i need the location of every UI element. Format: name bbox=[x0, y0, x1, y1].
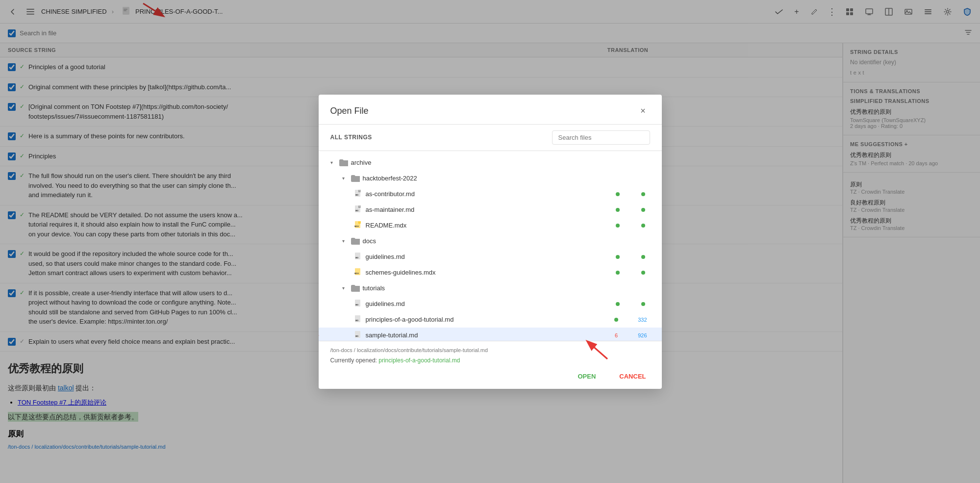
folder-hacktoberfest[interactable]: ▾ hacktoberfest-2022 bbox=[319, 171, 662, 186]
badge-right: 926 bbox=[635, 332, 650, 339]
badge-left bbox=[611, 301, 625, 307]
file-name-readme-mdx: README.mdx bbox=[366, 222, 608, 229]
currently-opened-file[interactable]: principles-of-a-good-tutorial.md bbox=[378, 357, 460, 364]
chevron-down-icon: ▾ bbox=[330, 160, 336, 165]
md-file-icon: MD bbox=[354, 253, 363, 261]
md-file-icon: MD bbox=[354, 205, 363, 214]
folder-docs[interactable]: ▾ docs bbox=[319, 233, 662, 249]
search-files-input[interactable] bbox=[552, 130, 650, 145]
badge-right bbox=[636, 191, 650, 198]
svg-text:MD: MD bbox=[355, 209, 358, 212]
file-name-guidelines-tutorials: guidelines.md bbox=[366, 300, 608, 307]
file-tree: ▾ archive ▾ hacktoberfest-2022 MD as-c bbox=[319, 151, 662, 341]
svg-text:MD: MD bbox=[355, 194, 358, 196]
folder-icon bbox=[351, 284, 360, 293]
dialog-actions: OPEN CANCEL bbox=[330, 370, 650, 383]
md-file-icon: MD bbox=[354, 331, 363, 340]
badge-left bbox=[611, 191, 625, 198]
badge-left bbox=[611, 222, 625, 229]
badge-left bbox=[611, 206, 625, 213]
file-name-principles: principles-of-a-good-tutorial.md bbox=[366, 316, 607, 323]
chevron-down-icon: ▾ bbox=[342, 285, 348, 291]
svg-text:MDX: MDX bbox=[354, 225, 359, 228]
md-file-icon: MD bbox=[354, 300, 363, 308]
dialog-title: Open File bbox=[330, 106, 369, 116]
md-file-icon: MD bbox=[354, 315, 363, 324]
file-as-contributor[interactable]: MD as-contributor.md bbox=[319, 186, 662, 202]
badge-right bbox=[636, 254, 650, 260]
mdx-file-icon: MDX bbox=[354, 268, 363, 277]
file-principles[interactable]: MD principles-of-a-good-tutorial.md 332 bbox=[319, 312, 662, 328]
badge-right bbox=[636, 301, 650, 307]
badge-right bbox=[636, 269, 650, 276]
cancel-button[interactable]: CANCEL bbox=[615, 370, 650, 383]
dialog-header: Open File × bbox=[319, 95, 662, 125]
svg-text:MD: MD bbox=[355, 304, 358, 306]
file-name-sample-tutorial: sample-tutorial.md bbox=[366, 331, 607, 339]
badge-left bbox=[609, 316, 623, 323]
file-readme-mdx[interactable]: MDX README.mdx bbox=[319, 218, 662, 233]
file-name-as-contributor: as-contributor.md bbox=[366, 190, 608, 198]
svg-text:MD: MD bbox=[355, 319, 358, 322]
folder-archive[interactable]: ▾ archive bbox=[319, 155, 662, 171]
file-name-guidelines-docs: guidelines.md bbox=[366, 253, 608, 260]
folder-name-archive: archive bbox=[351, 159, 650, 166]
folder-icon bbox=[351, 174, 360, 183]
folder-name-hacktoberfest: hacktoberfest-2022 bbox=[363, 175, 650, 182]
currently-opened-label: Currently opened: bbox=[330, 357, 377, 364]
file-schemes-guidelines[interactable]: MDX schemes-guidelines.mdx bbox=[319, 265, 662, 280]
folder-name-docs: docs bbox=[363, 237, 650, 245]
badge-right bbox=[636, 222, 650, 229]
svg-text:MD: MD bbox=[355, 335, 358, 337]
dialog-toolbar: ALL STRINGS bbox=[319, 125, 662, 151]
md-file-icon: MD bbox=[354, 190, 363, 199]
dialog-close-button[interactable]: × bbox=[636, 104, 650, 118]
folder-tutorials[interactable]: ▾ tutorials bbox=[319, 280, 662, 296]
badge-right: 332 bbox=[635, 316, 650, 323]
badge-right bbox=[636, 206, 650, 213]
folder-name-tutorials: tutorials bbox=[363, 284, 650, 292]
file-guidelines-docs[interactable]: MD guidelines.md bbox=[319, 249, 662, 265]
open-file-dialog: Open File × ALL STRINGS ▾ archive ▾ bbox=[319, 95, 662, 389]
chevron-down-icon: ▾ bbox=[342, 176, 348, 181]
mdx-file-icon: MDX bbox=[354, 221, 363, 230]
file-as-maintainer[interactable]: MD as-maintainer.md bbox=[319, 202, 662, 218]
folder-icon bbox=[339, 158, 348, 167]
file-name-as-maintainer: as-maintainer.md bbox=[366, 206, 608, 213]
svg-text:MDX: MDX bbox=[354, 272, 359, 275]
folder-icon bbox=[351, 237, 360, 246]
badge-left bbox=[611, 269, 625, 276]
badge-left bbox=[611, 254, 625, 260]
modal-overlay[interactable]: Open File × ALL STRINGS ▾ archive ▾ bbox=[0, 0, 980, 483]
open-button[interactable]: OPEN bbox=[574, 370, 600, 383]
svg-text:MD: MD bbox=[355, 256, 358, 259]
all-strings-label: ALL STRINGS bbox=[330, 134, 372, 141]
file-guidelines-tutorials[interactable]: MD guidelines.md bbox=[319, 296, 662, 312]
chevron-down-icon: ▾ bbox=[342, 238, 348, 244]
dialog-footer: /ton-docs / localization/docs/contribute… bbox=[319, 341, 662, 389]
file-name-schemes-guidelines: schemes-guidelines.mdx bbox=[366, 269, 608, 276]
